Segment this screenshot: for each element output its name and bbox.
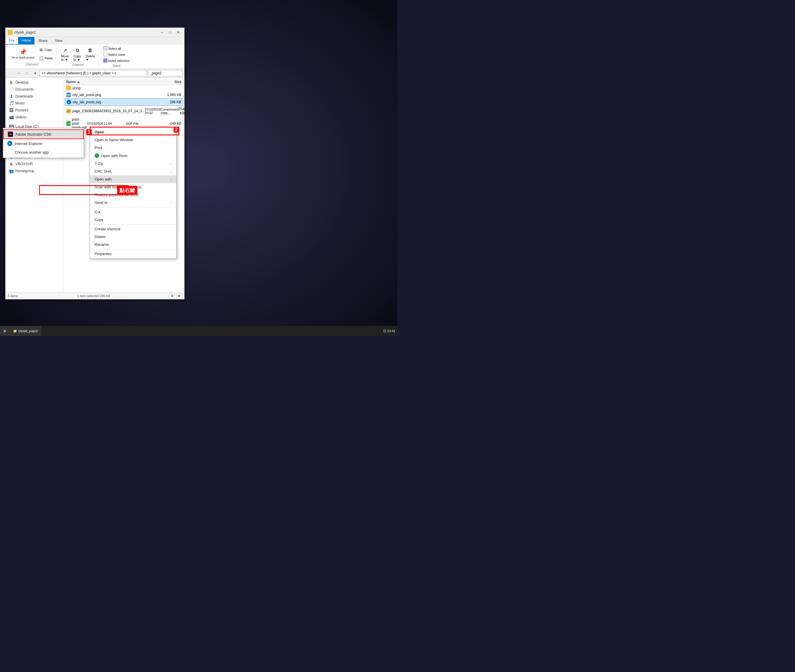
open-with-submenu: Ai Adobe Illustrator CS6 3 e Internet Ex… bbox=[3, 128, 84, 158]
table-row[interactable]: ZIP page_236061986423933_2016_10_07_14_3… bbox=[64, 106, 183, 116]
paste-label: Paste bbox=[45, 56, 53, 60]
select-none-button[interactable]: Select none bbox=[102, 52, 131, 58]
pin-to-quick-access-button[interactable]: 📌 Pin to Quick access bbox=[10, 48, 37, 61]
svg-ie-icon: e bbox=[67, 100, 71, 104]
cm-crc-label: CRC SHA bbox=[94, 169, 112, 174]
select-all-label: Select all bbox=[108, 47, 121, 50]
clipboard-group: 📌 Pin to Quick access ⧉ Copy 📋 Paste bbox=[8, 46, 56, 66]
title-bar: citylab_page2 ─ □ ✕ bbox=[5, 28, 184, 37]
downloads-icon: ⬇ bbox=[9, 94, 14, 99]
folder-title-icon bbox=[8, 30, 13, 35]
sidebar-item-pictures[interactable]: 🖼 Pictures bbox=[5, 107, 63, 114]
close-button[interactable]: ✕ bbox=[174, 29, 182, 35]
submenu-choose-app[interactable]: Choose another app bbox=[3, 148, 83, 157]
table-row[interactable]: PNG city_lab_posts.png 1,065 KB bbox=[64, 91, 183, 98]
file-date: 07/10/2016 20:32 bbox=[145, 107, 161, 115]
delete-button[interactable]: 🗑 Delete▼ bbox=[83, 46, 97, 62]
cm-7zip[interactable]: 7-Zip › bbox=[90, 160, 176, 168]
cm-open-atom[interactable]: Open with Atom bbox=[90, 152, 176, 160]
table-row[interactable]: unzip bbox=[64, 85, 183, 91]
file-size: 254 KB bbox=[179, 107, 184, 115]
sidebar-label-documents: Documents bbox=[15, 87, 34, 91]
copy-button[interactable]: ⧉ Copy bbox=[37, 46, 54, 54]
up-button[interactable]: ↑ bbox=[24, 70, 30, 77]
large-icons-button[interactable]: ⊞ bbox=[176, 293, 182, 299]
invert-selection-button[interactable]: Invert selection bbox=[102, 58, 131, 64]
col-header-date[interactable] bbox=[83, 80, 123, 84]
details-view-button[interactable]: ☰ bbox=[169, 293, 175, 299]
cm-send-to[interactable]: Send to › bbox=[90, 199, 176, 206]
cm-rename[interactable]: Rename bbox=[90, 241, 176, 248]
cm-copy[interactable]: Copy bbox=[90, 216, 176, 224]
cm-cut[interactable]: Cut bbox=[90, 208, 176, 216]
sidebar-item-desktop[interactable]: 🖥 Desktop bbox=[5, 79, 63, 86]
selected-status: 1 item selected 295 KB bbox=[77, 294, 110, 298]
cm-delete[interactable]: Delete bbox=[90, 233, 176, 241]
sidebar-item-homegroup[interactable]: 👥 Homegroup bbox=[5, 168, 63, 174]
organize-buttons: ↗ Moveto ▼ ⧉ Copyto ▼ 🗑 Delete▼ bbox=[59, 46, 97, 62]
view-buttons: ☰ ⊞ bbox=[169, 293, 182, 299]
window-controls: ─ □ ✕ bbox=[158, 29, 182, 35]
cm-print[interactable]: Print bbox=[90, 144, 176, 152]
png-icon: PNG bbox=[66, 93, 71, 97]
col-header-name[interactable]: Name ▲ bbox=[66, 80, 83, 84]
file-name: city_lab_posts.svg bbox=[73, 100, 101, 104]
tab-file[interactable]: File bbox=[5, 37, 18, 45]
cm-open-with-arrow: › bbox=[171, 178, 171, 181]
back-button[interactable]: ← bbox=[7, 70, 14, 77]
cm-atom-left: Open with Atom bbox=[94, 153, 128, 158]
cm-rename-label: Rename bbox=[94, 242, 109, 247]
items-count: 5 items bbox=[8, 294, 18, 298]
cm-open[interactable]: Open bbox=[90, 128, 176, 136]
address-path[interactable]: << vboxshared (\\vboxsrv) (E:) > gephi_c… bbox=[40, 70, 147, 76]
delete-label: Delete▼ bbox=[86, 54, 95, 61]
cm-sep3 bbox=[90, 249, 176, 250]
submenu-ie[interactable]: e Internet Explorer bbox=[3, 139, 83, 148]
forward-button[interactable]: → bbox=[15, 70, 22, 77]
col-header-size[interactable]: Size bbox=[158, 80, 181, 84]
invert-icon bbox=[103, 58, 107, 62]
organize-label: Organize bbox=[72, 63, 84, 66]
submenu-adobe-ai[interactable]: Ai Adobe Illustrator CS6 3 bbox=[3, 129, 83, 139]
taskbar-start[interactable]: ⊞ bbox=[0, 326, 10, 336]
paste-button[interactable]: 📋 Paste bbox=[37, 54, 54, 62]
sidebar-item-music[interactable]: 🎵 Music bbox=[5, 100, 63, 107]
sidebar-item-vboxsvr[interactable]: 🖥 VBOXSVR bbox=[5, 160, 63, 168]
col-header-type[interactable] bbox=[123, 80, 158, 84]
sidebar-label-downloads: Downloads bbox=[15, 94, 33, 98]
file-size: 296 KB bbox=[162, 100, 181, 104]
move-to-button[interactable]: ↗ Moveto ▼ bbox=[59, 46, 71, 62]
move-icon: ↗ bbox=[62, 47, 69, 54]
cm-crc-sha[interactable]: CRC SHA › bbox=[90, 168, 176, 175]
sidebar-item-downloads[interactable]: ⬇ Downloads bbox=[5, 93, 63, 100]
minimize-button[interactable]: ─ bbox=[158, 29, 166, 35]
svg-file-row[interactable]: e city_lab_posts.svg 296 KB bbox=[64, 98, 183, 106]
cm-7zip-arrow: › bbox=[171, 162, 171, 165]
cm-open-with[interactable]: Open with › bbox=[90, 175, 176, 183]
tab-view[interactable]: View bbox=[51, 37, 66, 45]
choose-app-label: Choose another app bbox=[15, 150, 49, 154]
file-date: 07/10/2016 21:04 bbox=[87, 122, 126, 125]
clipboard-buttons: 📌 Pin to Quick access ⧉ Copy 📋 Paste bbox=[10, 46, 54, 62]
recent-button[interactable]: ▾ bbox=[32, 70, 38, 77]
title-bar-left: citylab_page2 bbox=[8, 30, 35, 35]
sidebar-item-videos[interactable]: 📹 Videos bbox=[5, 114, 63, 121]
cm-properties[interactable]: Properties bbox=[90, 250, 176, 258]
sidebar-label-pictures: Pictures bbox=[15, 108, 28, 112]
maximize-button[interactable]: □ bbox=[166, 29, 174, 35]
path-text: << vboxshared (\\vboxsrv) (E:) > gephi_c… bbox=[42, 71, 116, 75]
copy-to-button[interactable]: ⧉ Copyto ▼ bbox=[72, 46, 83, 62]
tab-home[interactable]: Home bbox=[18, 37, 35, 45]
cm-open-same-window[interactable]: Open in Same Window bbox=[90, 136, 176, 144]
tab-share[interactable]: Share bbox=[35, 37, 51, 45]
select-all-button[interactable]: Select all bbox=[102, 46, 131, 51]
file-size: 1,065 KB bbox=[163, 93, 181, 97]
cm-create-shortcut[interactable]: Create shortcut bbox=[90, 225, 176, 233]
taskbar-folder-icon: 📁 bbox=[13, 329, 17, 333]
sidebar-item-documents[interactable]: 📄 Documents bbox=[5, 86, 63, 93]
taskbar-explorer[interactable]: 📁 citylab_page2 bbox=[10, 326, 42, 336]
sidebar-label-videos: Videos bbox=[15, 115, 26, 119]
chinese-annotation-label: 點右鍵 bbox=[117, 186, 138, 195]
file-type: Compressed (zipp... bbox=[161, 107, 179, 115]
search-input[interactable] bbox=[148, 70, 182, 76]
